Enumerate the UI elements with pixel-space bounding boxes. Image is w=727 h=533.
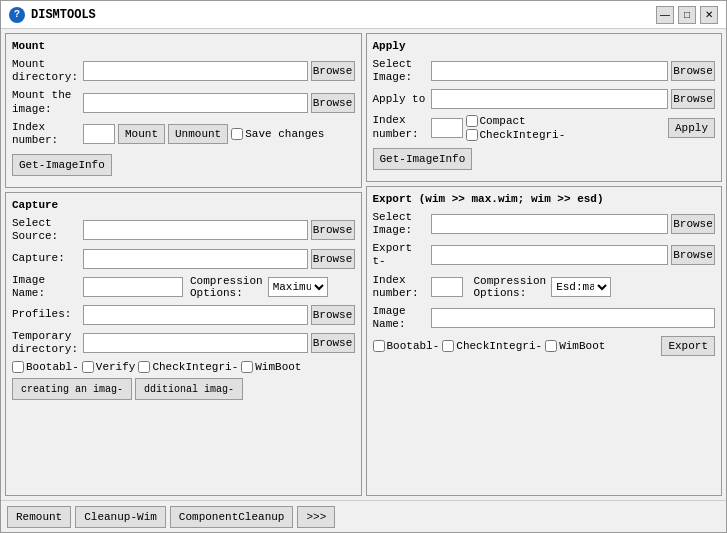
capture-dest-browse-button[interactable]: Browse <box>311 249 355 269</box>
export-to-input[interactable] <box>431 245 669 265</box>
capture-tempdir-label: Temporarydirectory: <box>12 330 80 356</box>
mount-get-image-info-button[interactable]: Get-ImageInfo <box>12 154 112 176</box>
export-bootable-checkbox[interactable] <box>373 340 385 352</box>
creating-image-tab[interactable]: creating an imag- <box>12 378 132 400</box>
apply-section: Apply SelectImage: Browse Apply to Brows… <box>366 33 723 182</box>
component-cleanup-button[interactable]: ComponentCleanup <box>170 506 294 528</box>
additional-image-tab[interactable]: dditional imag- <box>135 378 243 400</box>
mount-section-title: Mount <box>12 40 355 52</box>
capture-checkintegrity-label[interactable]: CheckIntegri- <box>138 361 238 373</box>
apply-to-browse-button[interactable]: Browse <box>671 89 715 109</box>
capture-profiles-row: Profiles: Browse <box>12 305 355 325</box>
capture-profiles-browse-button[interactable]: Browse <box>311 305 355 325</box>
mount-index-input[interactable]: 1 <box>83 124 115 144</box>
mount-directory-input[interactable] <box>83 61 308 81</box>
capture-verify-checkbox[interactable] <box>82 361 94 373</box>
apply-compact-checkbox[interactable] <box>466 115 478 127</box>
export-imagename-input[interactable]: My Wim <box>431 308 716 328</box>
export-index-row: Indexnumber: 1 CompressionOptions: Esd:m… <box>373 274 716 300</box>
capture-bootable-checkbox[interactable] <box>12 361 24 373</box>
close-button[interactable]: ✕ <box>700 6 718 24</box>
export-options-row: Bootabl- CheckIntegri- WimBoot Export <box>373 336 716 356</box>
export-wimboot-label[interactable]: WimBoot <box>545 340 605 352</box>
capture-source-input[interactable] <box>83 220 308 240</box>
apply-index-label: Indexnumber: <box>373 114 428 140</box>
bottom-bar: Remount Cleanup-Wim ComponentCleanup >>> <box>1 500 726 532</box>
capture-source-row: SelectSource: Browse <box>12 217 355 243</box>
mount-directory-row: Mountdirectory: Browse <box>12 58 355 84</box>
export-section-title: Export (wim >> max.wim; wim >> esd) <box>373 193 716 205</box>
export-section: Export (wim >> max.wim; wim >> esd) Sele… <box>366 186 723 496</box>
apply-button[interactable]: Apply <box>668 118 715 138</box>
apply-select-image-browse-button[interactable]: Browse <box>671 61 715 81</box>
save-changes-checkbox[interactable] <box>231 128 243 140</box>
apply-section-title: Apply <box>373 40 716 52</box>
apply-checkintegrity-checkbox[interactable] <box>466 129 478 141</box>
capture-tempdir-input[interactable] <box>83 333 308 353</box>
mount-button[interactable]: Mount <box>118 124 165 144</box>
capture-bootable-label[interactable]: Bootabl- <box>12 361 79 373</box>
capture-tempdir-browse-button[interactable]: Browse <box>311 333 355 353</box>
export-checkintegrity-label[interactable]: CheckIntegri- <box>442 340 542 352</box>
capture-compression-select[interactable]: Maximum Fast None Recovery <box>268 277 328 297</box>
capture-dest-input[interactable] <box>83 249 308 269</box>
apply-options-col: Compact CheckIntegri- <box>466 115 566 141</box>
export-index-input[interactable]: 1 <box>431 277 463 297</box>
export-bootable-label[interactable]: Bootabl- <box>373 340 440 352</box>
apply-to-input[interactable] <box>431 89 669 109</box>
window-controls: — □ ✕ <box>656 6 718 24</box>
apply-to-label: Apply to <box>373 93 428 106</box>
save-changes-checkbox-label[interactable]: Save changes <box>231 128 324 140</box>
capture-section-title: Capture <box>12 199 355 211</box>
apply-select-image-row: SelectImage: Browse <box>373 58 716 84</box>
apply-checkintegrity-label[interactable]: CheckIntegri- <box>466 129 566 141</box>
capture-profiles-input[interactable] <box>83 305 308 325</box>
minimize-button[interactable]: — <box>656 6 674 24</box>
capture-imagename-row: ImageName: My Wim CompressionOptions: Ma… <box>12 274 355 300</box>
apply-index-input[interactable]: 1 <box>431 118 463 138</box>
capture-tabs-row: creating an imag- dditional imag- <box>12 378 355 400</box>
maximize-button[interactable]: □ <box>678 6 696 24</box>
mount-directory-browse-button[interactable]: Browse <box>311 61 355 81</box>
capture-wimboot-checkbox[interactable] <box>241 361 253 373</box>
capture-imagename-input[interactable]: My Wim <box>83 277 183 297</box>
capture-dest-row: Capture: Browse <box>12 249 355 269</box>
export-button[interactable]: Export <box>661 336 715 356</box>
more-button[interactable]: >>> <box>297 506 335 528</box>
mount-image-browse-button[interactable]: Browse <box>311 93 355 113</box>
capture-verify-label[interactable]: Verify <box>82 361 136 373</box>
capture-checkintegrity-checkbox[interactable] <box>138 361 150 373</box>
export-imagename-label: ImageName: <box>373 305 428 331</box>
export-compression-select[interactable]: Esd:max Esd:fast Max Fast None <box>551 277 611 297</box>
remount-button[interactable]: Remount <box>7 506 71 528</box>
apply-index-row: Indexnumber: 1 Compact CheckIntegri- App… <box>373 114 716 140</box>
capture-tempdir-row: Temporarydirectory: Browse <box>12 330 355 356</box>
mount-get-info-row: Get-ImageInfo <box>12 152 355 176</box>
capture-source-label: SelectSource: <box>12 217 80 243</box>
mount-image-input[interactable] <box>83 93 308 113</box>
capture-wimboot-label[interactable]: WimBoot <box>241 361 301 373</box>
apply-get-image-info-button[interactable]: Get-ImageInfo <box>373 148 473 170</box>
capture-options-row: Bootabl- Verify CheckIntegri- WimBoot <box>12 361 355 373</box>
unmount-button[interactable]: Unmount <box>168 124 228 144</box>
export-to-browse-button[interactable]: Browse <box>671 245 715 265</box>
export-checkintegrity-checkbox[interactable] <box>442 340 454 352</box>
apply-select-image-label: SelectImage: <box>373 58 428 84</box>
apply-to-row: Apply to Browse <box>373 89 716 109</box>
export-index-label: Indexnumber: <box>373 274 428 300</box>
capture-source-browse-button[interactable]: Browse <box>311 220 355 240</box>
cleanup-wim-button[interactable]: Cleanup-Wim <box>75 506 166 528</box>
export-select-image-input[interactable] <box>431 214 669 234</box>
left-panel: Mount Mountdirectory: Browse Mount theim… <box>5 33 362 496</box>
mount-image-label: Mount theimage: <box>12 89 80 115</box>
apply-select-image-input[interactable] <box>431 61 669 81</box>
export-wimboot-checkbox[interactable] <box>545 340 557 352</box>
main-window: ? DISMTOOLS — □ ✕ Mount Mountdirectory: … <box>0 0 727 533</box>
mount-index-row: Indexnumber: 1 Mount Unmount Save change… <box>12 121 355 147</box>
export-to-row: Export t- Browse <box>373 242 716 268</box>
export-select-image-browse-button[interactable]: Browse <box>671 214 715 234</box>
app-icon: ? <box>9 7 25 23</box>
main-content: Mount Mountdirectory: Browse Mount theim… <box>1 29 726 500</box>
right-panel: Apply SelectImage: Browse Apply to Brows… <box>366 33 723 496</box>
apply-compact-label[interactable]: Compact <box>466 115 566 127</box>
